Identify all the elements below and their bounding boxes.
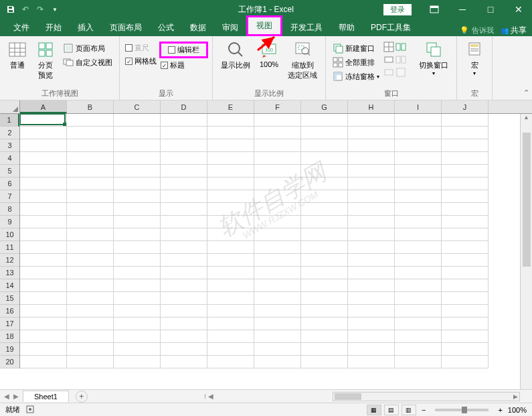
cell[interactable] [161, 203, 207, 216]
collapse-ribbon-icon[interactable]: ⌃ [523, 88, 529, 97]
zoom-in-button[interactable]: + [495, 406, 505, 414]
cell[interactable] [161, 330, 207, 343]
cell[interactable] [348, 127, 395, 139]
minimize-icon[interactable]: ─ [449, 0, 476, 19]
row-header[interactable]: 11 [0, 241, 19, 254]
cell[interactable] [114, 330, 161, 343]
login-button[interactable]: 登录 [383, 4, 412, 15]
cell[interactable] [20, 292, 67, 305]
cell[interactable] [395, 254, 442, 267]
cell[interactable] [20, 279, 67, 292]
cell[interactable] [114, 254, 161, 267]
cell[interactable] [301, 267, 348, 279]
cell[interactable] [67, 228, 114, 241]
cell[interactable] [207, 152, 254, 165]
cell[interactable] [161, 279, 207, 292]
scroll-thumb[interactable] [523, 133, 531, 267]
cell[interactable] [301, 228, 348, 241]
zoom-slider-thumb[interactable] [462, 407, 467, 413]
cell[interactable] [395, 267, 442, 279]
cell[interactable] [20, 267, 67, 279]
cell[interactable] [67, 279, 114, 292]
column-header[interactable]: H [348, 100, 395, 113]
cell[interactable] [442, 241, 489, 254]
cell[interactable] [254, 228, 301, 241]
column-header[interactable]: C [114, 100, 161, 113]
cell[interactable] [301, 305, 348, 318]
row-header[interactable]: 7 [0, 190, 19, 203]
row-header[interactable]: 16 [0, 305, 19, 318]
cell[interactable] [114, 114, 161, 127]
reset-position-icon[interactable] [395, 67, 406, 78]
cell[interactable] [114, 127, 161, 139]
column-header[interactable]: G [301, 100, 348, 113]
cell[interactable] [67, 165, 114, 178]
cell[interactable] [67, 292, 114, 305]
cell[interactable] [395, 318, 442, 330]
cell[interactable] [161, 292, 207, 305]
unhide-icon[interactable] [383, 67, 394, 78]
cell[interactable] [254, 178, 301, 190]
cell[interactable] [67, 139, 114, 152]
cell[interactable] [254, 292, 301, 305]
cell[interactable] [161, 165, 207, 178]
row-header[interactable]: 5 [0, 165, 19, 178]
tab-file[interactable]: 文件 [5, 19, 37, 36]
cell[interactable] [114, 241, 161, 254]
cell[interactable] [348, 279, 395, 292]
cell[interactable] [161, 228, 207, 241]
cell[interactable] [67, 267, 114, 279]
row-header[interactable]: 4 [0, 152, 19, 165]
row-header[interactable]: 18 [0, 330, 19, 343]
cell[interactable] [207, 139, 254, 152]
cell[interactable] [161, 254, 207, 267]
tab-review[interactable]: 审阅 [214, 19, 246, 36]
cell[interactable] [20, 228, 67, 241]
sync-scroll-icon[interactable] [395, 54, 406, 65]
cell[interactable] [20, 190, 67, 203]
column-header[interactable]: F [254, 100, 301, 113]
cell[interactable] [67, 356, 114, 368]
cell[interactable] [301, 139, 348, 152]
scroll-thumb-h[interactable] [335, 393, 361, 400]
ribbon-display-icon[interactable] [421, 0, 448, 19]
column-header[interactable]: J [442, 100, 489, 113]
normal-view-button[interactable]: 普通 [4, 39, 31, 72]
cell[interactable] [301, 330, 348, 343]
cell[interactable] [20, 139, 67, 152]
cell[interactable] [254, 203, 301, 216]
maximize-icon[interactable]: □ [477, 0, 504, 19]
cell[interactable] [348, 228, 395, 241]
cell[interactable] [67, 178, 114, 190]
cell[interactable] [67, 203, 114, 216]
cell[interactable] [67, 343, 114, 356]
row-header[interactable]: 12 [0, 254, 19, 267]
cell[interactable] [207, 216, 254, 228]
row-header[interactable]: 15 [0, 292, 19, 305]
cell[interactable] [161, 139, 207, 152]
cell[interactable] [442, 305, 489, 318]
cell[interactable] [161, 114, 207, 127]
cell[interactable] [114, 292, 161, 305]
cell[interactable] [207, 267, 254, 279]
cell[interactable] [20, 152, 67, 165]
cell[interactable] [20, 343, 67, 356]
cell[interactable] [442, 254, 489, 267]
cell[interactable] [207, 228, 254, 241]
cell[interactable] [20, 318, 67, 330]
macros-button[interactable]: 宏 ▾ [461, 39, 488, 78]
zoom-out-button[interactable]: − [419, 406, 428, 414]
cell[interactable] [207, 241, 254, 254]
horizontal-scrollbar[interactable]: ▶ [333, 392, 520, 401]
cell[interactable] [254, 343, 301, 356]
select-all-corner[interactable] [0, 100, 20, 114]
tab-pdf[interactable]: PDF工具集 [363, 19, 419, 36]
cell[interactable] [207, 292, 254, 305]
view-side-by-side-icon[interactable] [395, 42, 406, 52]
cell[interactable] [254, 330, 301, 343]
cell[interactable] [442, 228, 489, 241]
cell[interactable] [442, 267, 489, 279]
cell[interactable] [114, 267, 161, 279]
page-break-view-icon[interactable]: ▥ [402, 405, 416, 415]
cell[interactable] [395, 343, 442, 356]
